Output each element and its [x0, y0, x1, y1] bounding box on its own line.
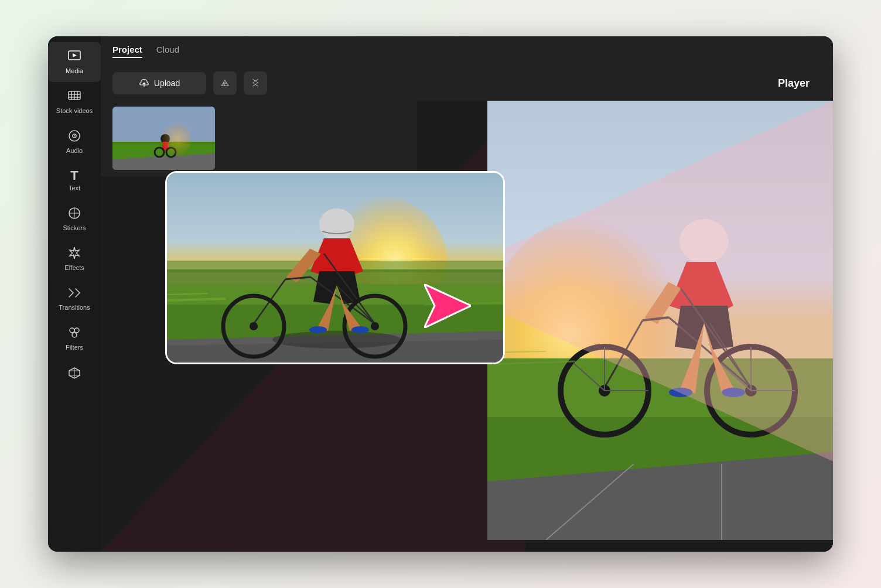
preview-card — [165, 171, 505, 364]
svg-point-29 — [156, 121, 192, 156]
sidebar-item-transitions-label: Transitions — [59, 304, 90, 312]
sidebar-item-filters[interactable]: Filters — [48, 319, 101, 358]
stickers-icon — [67, 206, 81, 222]
sidebar-item-media-label: Media — [66, 67, 83, 75]
sidebar-item-transitions[interactable]: Transitions — [48, 279, 101, 319]
sidebar-item-effects-label: Effects — [64, 264, 84, 272]
sidebar-item-stock-videos[interactable]: Stock videos — [48, 82, 101, 122]
svg-point-16 — [72, 333, 77, 337]
svg-point-80 — [309, 326, 327, 333]
upload-label: Upload — [154, 78, 180, 88]
svg-marker-1 — [73, 53, 77, 57]
transitions-icon — [67, 286, 81, 302]
svg-point-10 — [74, 135, 75, 136]
app-container: Media Stock videos — [48, 36, 833, 552]
sidebar-item-stock-label: Stock videos — [56, 107, 93, 115]
sidebar-item-3d[interactable] — [48, 359, 101, 389]
stock-videos-icon — [67, 89, 81, 105]
media-icon — [67, 49, 81, 65]
svg-point-81 — [351, 326, 369, 333]
google-drive-button[interactable] — [213, 71, 237, 95]
svg-marker-85 — [424, 284, 471, 328]
toolbar: Upload Player — [101, 66, 833, 101]
google-drive-icon — [220, 78, 230, 88]
sidebar-item-filters-label: Filters — [66, 344, 83, 351]
sidebar-item-audio[interactable]: Audio — [48, 122, 101, 162]
upload-button[interactable]: Upload — [112, 72, 206, 94]
tab-project[interactable]: Project — [112, 45, 142, 58]
sidebar-item-text-label: Text — [69, 184, 80, 192]
svg-point-14 — [70, 328, 74, 333]
dropbox-button[interactable] — [244, 71, 267, 95]
main-content: Project Cloud Upload — [101, 36, 833, 552]
sidebar-item-audio-label: Audio — [66, 147, 83, 155]
sidebar-item-stickers-label: Stickers — [63, 224, 86, 232]
filters-icon — [67, 326, 81, 341]
svg-point-68 — [272, 331, 401, 348]
sidebar-item-stickers[interactable]: Stickers — [48, 199, 101, 239]
tab-cloud[interactable]: Cloud — [156, 45, 179, 58]
text-icon: T — [70, 169, 78, 182]
dropbox-icon — [250, 78, 261, 88]
player-label: Player — [778, 77, 821, 90]
sidebar-item-text[interactable]: T Text — [48, 162, 101, 199]
sidebar-item-effects[interactable]: Effects — [48, 239, 101, 279]
upload-icon — [139, 78, 149, 88]
svg-point-15 — [74, 328, 79, 333]
cursor-arrow — [424, 284, 471, 330]
sidebar: Media Stock videos — [48, 36, 101, 552]
svg-point-70 — [319, 208, 354, 240]
media-library — [101, 101, 417, 177]
media-thumbnail[interactable] — [112, 107, 215, 170]
tabs-header: Project Cloud — [101, 36, 833, 66]
player-area — [101, 101, 833, 552]
audio-icon — [67, 129, 81, 145]
3d-icon — [67, 366, 81, 382]
svg-point-77 — [250, 322, 258, 330]
effects-icon — [67, 246, 81, 262]
sidebar-item-media[interactable]: Media — [48, 42, 101, 82]
svg-point-79 — [371, 322, 379, 330]
